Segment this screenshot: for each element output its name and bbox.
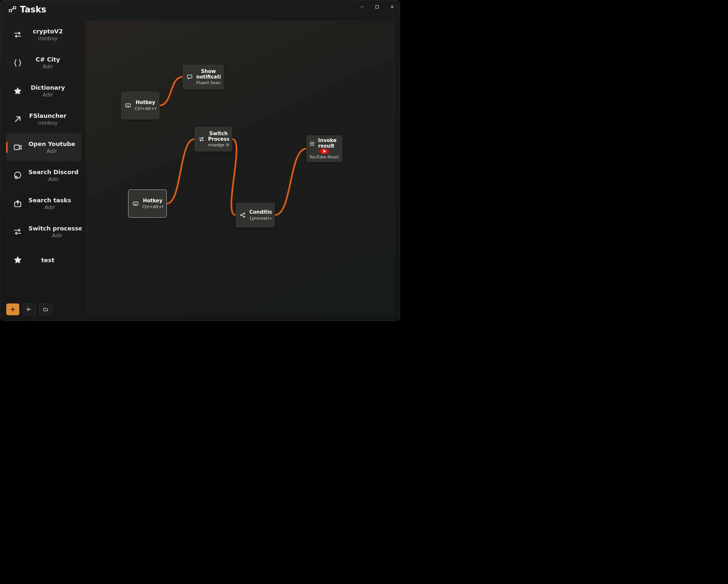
flow-node[interactable]: Switch Processmsedge YouTube bbox=[194, 127, 232, 151]
sidebar-item-title: Search Discord bbox=[28, 169, 79, 175]
arrow-up-right-icon bbox=[12, 114, 23, 125]
swap-icon bbox=[12, 226, 23, 237]
node-subtitle: Ctrl+Alt+Y bbox=[135, 106, 156, 111]
node-subtitle: {process!=null} bbox=[249, 216, 271, 221]
keyboard-icon bbox=[124, 102, 132, 109]
flow-node[interactable]: Invoke resultYouTube Music bbox=[306, 135, 342, 162]
star-icon bbox=[12, 85, 23, 96]
swap-icon bbox=[12, 29, 23, 40]
sidebar-item-subtitle: Adir bbox=[28, 204, 71, 211]
node-subtitle: YouTube Music bbox=[310, 155, 339, 160]
star-icon bbox=[12, 254, 23, 266]
flow-node[interactable]: HotkeyCtrl+Alt+Y bbox=[121, 91, 160, 119]
svg-point-13 bbox=[310, 143, 311, 144]
sidebar-item-subtitle: Adir bbox=[28, 63, 67, 70]
sidebar-item[interactable]: FSlauncherironboy bbox=[6, 105, 82, 133]
window-controls bbox=[355, 0, 400, 13]
node-subtitle: msedge YouTube bbox=[208, 142, 229, 147]
titlebar: Tasks bbox=[0, 0, 400, 19]
sidebar-item[interactable]: Search tasksAdir bbox=[6, 190, 82, 218]
svg-rect-3 bbox=[15, 145, 19, 149]
svg-point-10 bbox=[243, 213, 245, 214]
braces-icon bbox=[12, 57, 23, 68]
sidebar-item-title: FSlauncher bbox=[28, 112, 67, 119]
flow-edge bbox=[167, 139, 194, 204]
upload-box-icon bbox=[12, 198, 23, 209]
app-icon bbox=[8, 5, 17, 14]
flow-node[interactable]: HotkeyCtrl+Alt+M bbox=[128, 190, 167, 218]
sidebar-item-title: cryptoV2 bbox=[28, 28, 67, 35]
keyboard-icon bbox=[132, 200, 139, 207]
svg-point-14 bbox=[310, 145, 311, 145]
youtube-music-icon bbox=[319, 149, 329, 154]
flow-edge bbox=[160, 77, 182, 105]
list-icon bbox=[308, 140, 316, 148]
sidebar-item-title: Dictionary bbox=[28, 84, 67, 91]
sidebar-item-subtitle: Adir bbox=[28, 148, 75, 154]
sidebar-item-title: C# City bbox=[28, 56, 67, 63]
sidebar-item-title: Open Youtube bbox=[28, 140, 75, 147]
share-icon bbox=[239, 211, 247, 219]
sidebar-item-title: Switch processes bbox=[28, 225, 82, 232]
node-subtitle: Ctrl+Alt+M bbox=[142, 204, 163, 209]
node-title: Show notification bbox=[196, 69, 220, 80]
sidebar-item[interactable]: Switch processesAdir bbox=[6, 218, 82, 246]
node-title: Condition bbox=[249, 210, 271, 215]
sidebar-item[interactable]: cryptoV2ironboy bbox=[6, 21, 82, 49]
flow-canvas[interactable]: HotkeyCtrl+Alt+YShow notificationFluent … bbox=[85, 21, 395, 316]
sidebar-item-subtitle: Adir bbox=[28, 92, 67, 98]
bottom-action-bar bbox=[6, 303, 52, 315]
svg-point-9 bbox=[240, 215, 242, 216]
sidebar-item[interactable]: test bbox=[6, 246, 82, 274]
sidebar-item-subtitle: ironboy bbox=[28, 35, 67, 41]
import-button[interactable] bbox=[23, 303, 36, 315]
sidebar-item-subtitle: Adir bbox=[28, 176, 79, 182]
edge-layer bbox=[85, 21, 395, 316]
flow-node[interactable]: Condition{process!=null} bbox=[236, 203, 275, 227]
flow-node[interactable]: Show notificationFluent Search no bbox=[182, 64, 224, 89]
minimize-button[interactable] bbox=[355, 0, 369, 13]
maximize-button[interactable] bbox=[369, 0, 385, 13]
node-title: Hotkey bbox=[135, 100, 156, 105]
node-title: Switch Process bbox=[208, 131, 229, 142]
sidebar-item[interactable]: Search DiscordAdir bbox=[6, 161, 82, 190]
sidebar-item-subtitle: ironboy bbox=[28, 120, 67, 126]
node-title: Invoke result bbox=[318, 138, 340, 149]
svg-point-12 bbox=[310, 142, 311, 142]
sidebar-item[interactable]: DictionaryAdir bbox=[6, 77, 82, 105]
sidebar-item-subtitle: Adir bbox=[28, 232, 82, 239]
add-task-button[interactable] bbox=[6, 303, 19, 315]
flow-edge bbox=[275, 149, 306, 215]
node-title: Hotkey bbox=[142, 198, 163, 204]
app-window: Tasks cryptoV2ironboyC# CityAdirDictiona… bbox=[0, 0, 400, 321]
chat-search-icon bbox=[12, 170, 23, 181]
task-list: cryptoV2ironboyC# CityAdirDictionaryAdir… bbox=[6, 21, 82, 301]
svg-point-11 bbox=[243, 216, 245, 217]
sidebar-item-title: Search tasks bbox=[28, 197, 71, 204]
video-icon bbox=[12, 142, 23, 153]
node-subtitle: Fluent Search no bbox=[196, 80, 220, 85]
app-title: Tasks bbox=[20, 5, 46, 15]
open-folder-button[interactable] bbox=[39, 303, 52, 315]
sidebar-item[interactable]: Open YoutubeAdir bbox=[6, 133, 82, 161]
sidebar-item[interactable]: C# CityAdir bbox=[6, 49, 82, 77]
sidebar-item-title: test bbox=[28, 257, 67, 263]
close-button[interactable] bbox=[385, 0, 400, 13]
svg-rect-2 bbox=[376, 5, 379, 8]
chat-icon bbox=[186, 73, 193, 81]
swap-icon bbox=[198, 135, 205, 143]
